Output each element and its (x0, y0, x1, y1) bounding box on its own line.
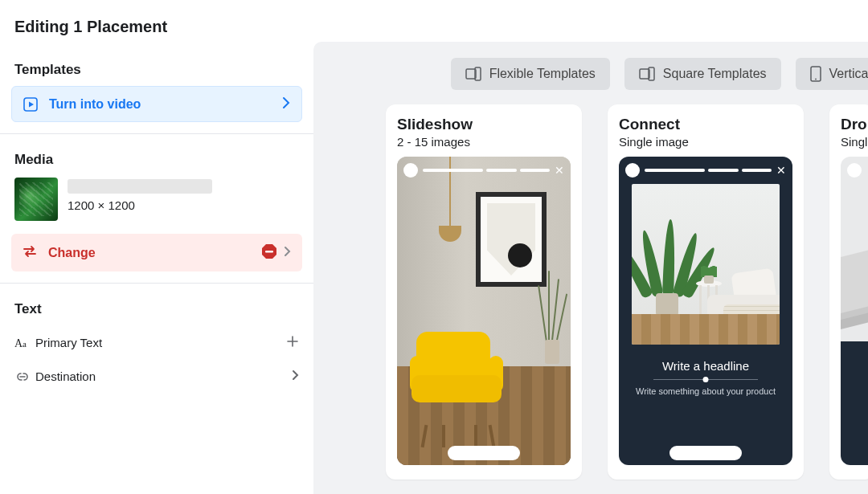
card-title: Connect (619, 116, 792, 133)
card-subtitle: Single image (619, 135, 792, 149)
media-dimensions: 1200 × 1200 (68, 198, 212, 212)
section-text-heading: Text (0, 290, 313, 325)
svg-rect-3 (265, 251, 273, 252)
primary-text-label: Primary Text (35, 336, 286, 349)
tab-square-templates[interactable]: Square Templates (624, 58, 781, 90)
template-ratio-tabs: Flexible Templates Square Templates Vert… (313, 58, 868, 104)
close-icon: ✕ (776, 165, 786, 176)
tab-label: Vertical (829, 67, 868, 81)
change-media-button[interactable]: Change (11, 234, 302, 271)
avatar-placeholder-icon (847, 163, 862, 178)
card-preview (841, 157, 868, 465)
card-preview: ✕ (397, 157, 571, 465)
avatar-placeholder-icon (403, 163, 418, 178)
link-icon (14, 370, 35, 383)
svg-point-11 (815, 79, 817, 80)
avatar-placeholder-icon (625, 163, 640, 178)
chevron-right-icon (292, 369, 299, 383)
template-card-connect[interactable]: Connect Single image ✕ (608, 104, 804, 480)
card-preview: ✕ Write a headline (619, 157, 792, 465)
divider (0, 133, 313, 134)
destination-label: Destination (35, 369, 292, 383)
chevron-right-icon (282, 96, 290, 112)
tab-label: Square Templates (663, 67, 767, 81)
text-aa-icon: Aa (14, 337, 35, 349)
section-media-heading: Media (0, 141, 313, 176)
sidebar: Editing 1 Placement Templates Turn into … (0, 0, 313, 494)
template-card-slideshow[interactable]: Slideshow 2 - 15 images ✕ (386, 104, 582, 480)
close-icon: ✕ (555, 165, 564, 176)
swap-icon (23, 245, 37, 260)
chevron-right-icon (284, 246, 291, 259)
divider (0, 283, 313, 284)
device-square-icon (639, 67, 655, 81)
card-subtitle: Singl (841, 135, 868, 149)
templates-panel: Flexible Templates Square Templates Vert… (313, 42, 868, 494)
stop-minus-icon (261, 243, 277, 262)
tab-flexible-templates[interactable]: Flexible Templates (451, 58, 610, 90)
tab-vertical-templates[interactable]: Vertical (796, 58, 868, 90)
media-thumbnail (14, 178, 58, 221)
pill-handle-icon (669, 446, 742, 460)
section-templates-heading: Templates (0, 51, 313, 86)
progress-bars (423, 169, 550, 172)
svg-marker-1 (29, 101, 34, 107)
primary-text-row[interactable]: Aa Primary Text (0, 325, 313, 360)
pill-handle-icon (448, 446, 520, 460)
device-vertical-icon (810, 66, 821, 82)
turn-into-video-label: Turn into video (49, 97, 282, 112)
card-title: Slideshow (397, 116, 571, 133)
svg-text:a: a (23, 339, 27, 349)
tab-label: Flexible Templates (489, 67, 596, 81)
progress-bars (645, 169, 772, 172)
media-item[interactable]: 1200 × 1200 (0, 176, 313, 227)
media-filename-redacted (68, 179, 212, 194)
preview-headline: Write a headline (619, 359, 792, 373)
preview-body: Write something about your product (619, 386, 792, 396)
card-subtitle: 2 - 15 images (397, 135, 571, 149)
card-title: Drop (841, 116, 868, 133)
template-card-drop[interactable]: Drop Singl (829, 104, 868, 480)
play-in-square-icon (23, 97, 38, 112)
plus-icon (286, 335, 299, 350)
change-label: Change (48, 246, 261, 260)
page-title: Editing 1 Placement (0, 18, 313, 51)
svg-rect-8 (640, 69, 649, 79)
template-card-list: Slideshow 2 - 15 images ✕ (313, 104, 868, 480)
destination-row[interactable]: Destination (0, 360, 313, 393)
device-flexible-icon (465, 67, 481, 81)
turn-into-video-button[interactable]: Turn into video (11, 86, 302, 122)
svg-rect-6 (466, 69, 476, 79)
